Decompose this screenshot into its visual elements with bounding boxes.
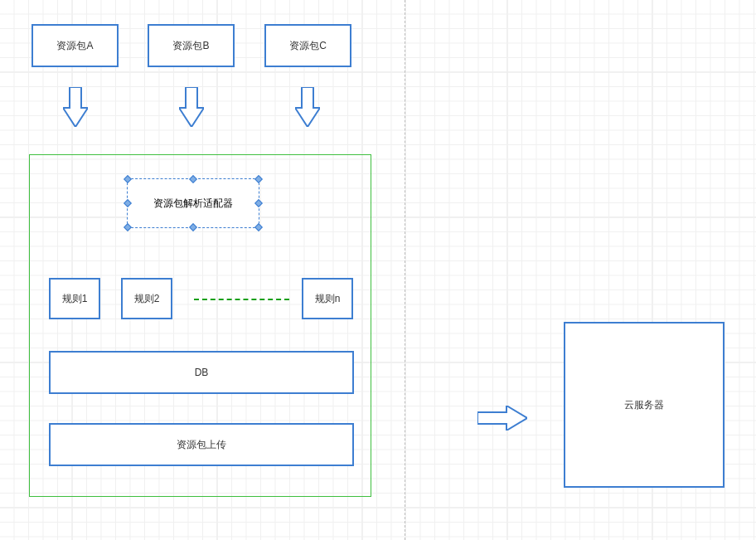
cloud-label: 云服务器 — [624, 398, 664, 412]
rule-box-2[interactable]: 规则2 — [121, 278, 172, 319]
resource-box-b[interactable]: 资源包B — [148, 24, 235, 67]
resource-c-label: 资源包C — [289, 39, 327, 53]
adapter-box[interactable]: 资源包解析适配器 — [127, 178, 259, 228]
db-box[interactable]: DB — [49, 351, 354, 394]
db-label: DB — [195, 367, 209, 378]
resource-b-label: 资源包B — [172, 39, 209, 53]
rule-n-label: 规则n — [315, 292, 341, 306]
rule-2-label: 规则2 — [134, 292, 160, 306]
arrow-down-a[interactable] — [63, 87, 88, 127]
resource-box-a[interactable]: 资源包A — [32, 24, 119, 67]
adapter-label: 资源包解析适配器 — [153, 197, 233, 211]
rule-ellipsis-dash — [194, 299, 289, 300]
resource-a-label: 资源包A — [56, 39, 93, 53]
resource-box-c[interactable]: 资源包C — [264, 24, 351, 67]
rule-1-label: 规则1 — [62, 292, 88, 306]
arrow-right-cloud[interactable] — [477, 406, 527, 431]
cloud-server-box[interactable]: 云服务器 — [564, 322, 724, 488]
rule-box-n[interactable]: 规则n — [302, 278, 353, 319]
upload-label: 资源包上传 — [177, 438, 226, 452]
arrow-down-b[interactable] — [179, 87, 204, 127]
upload-box[interactable]: 资源包上传 — [49, 423, 354, 466]
arrow-down-c[interactable] — [295, 87, 320, 127]
rule-box-1[interactable]: 规则1 — [49, 278, 100, 319]
page-divider — [405, 0, 405, 540]
